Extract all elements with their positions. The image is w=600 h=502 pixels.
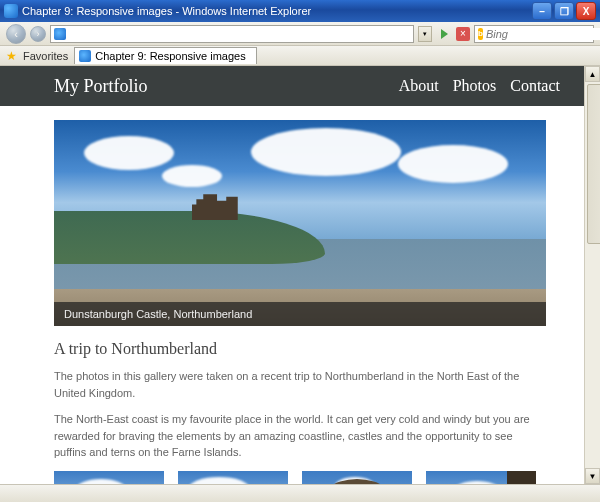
search-box[interactable]: b 🔍	[474, 25, 594, 43]
article-paragraph-1: The photos in this gallery were taken on…	[54, 368, 546, 401]
stop-button[interactable]: ×	[456, 27, 470, 41]
thumbnail-2[interactable]	[178, 471, 288, 485]
status-bar	[0, 484, 600, 502]
tab-page-icon	[79, 50, 91, 62]
window-titlebar: Chapter 9: Responsive images - Windows I…	[0, 0, 600, 22]
scroll-up-button[interactable]: ▲	[585, 66, 600, 82]
ie-icon	[4, 4, 18, 18]
hero-image[interactable]: Dunstanburgh Castle, Northumberland	[54, 120, 546, 326]
thumbnail-3[interactable]	[302, 471, 412, 485]
wall-icon	[507, 471, 536, 485]
article-content: Dunstanburgh Castle, Northumberland A tr…	[0, 106, 600, 484]
thumbnail-row	[54, 471, 546, 485]
forward-button[interactable]: ›	[30, 26, 46, 42]
cloud-icon	[398, 145, 508, 183]
back-button[interactable]: ‹	[6, 24, 26, 44]
site-title: My Portfolio	[54, 76, 148, 97]
go-button[interactable]	[436, 26, 452, 42]
address-toolbar: ‹ › ▾ × b 🔍	[0, 22, 600, 46]
scroll-down-button[interactable]: ▼	[585, 468, 600, 484]
maximize-button[interactable]: ❐	[554, 2, 574, 20]
tab-active[interactable]: Chapter 9: Responsive images	[74, 47, 256, 64]
page-content: My Portfolio About Photos Contact Dunsta…	[0, 66, 600, 484]
address-dropdown[interactable]: ▾	[418, 26, 432, 42]
window-title: Chapter 9: Responsive images - Windows I…	[22, 5, 532, 17]
favorites-bar: ★ Favorites Chapter 9: Responsive images	[0, 46, 600, 66]
nav-photos[interactable]: Photos	[453, 77, 497, 95]
close-button[interactable]: X	[576, 2, 596, 20]
search-input[interactable]	[486, 28, 600, 40]
article-title: A trip to Northumberland	[54, 340, 546, 358]
scroll-thumb[interactable]	[587, 84, 600, 244]
address-bar[interactable]	[50, 25, 414, 43]
go-arrow-icon	[441, 29, 448, 39]
article-paragraph-2: The North-East coast is my favourite pla…	[54, 411, 546, 461]
tab-label: Chapter 9: Responsive images	[95, 50, 245, 62]
address-input[interactable]	[69, 28, 410, 40]
bing-icon: b	[478, 28, 483, 40]
page-viewport: My Portfolio About Photos Contact Dunsta…	[0, 66, 600, 484]
nav-about[interactable]: About	[399, 77, 439, 95]
hero-caption: Dunstanburgh Castle, Northumberland	[54, 302, 546, 326]
vertical-scrollbar[interactable]: ▲ ▼	[584, 66, 600, 484]
favorites-star-icon[interactable]: ★	[6, 49, 17, 63]
site-nav: About Photos Contact	[399, 77, 560, 95]
nav-contact[interactable]: Contact	[510, 77, 560, 95]
site-header: My Portfolio About Photos Contact	[0, 66, 600, 106]
window-buttons: – ❐ X	[532, 2, 596, 20]
cloud-icon	[251, 128, 401, 176]
minimize-button[interactable]: –	[532, 2, 552, 20]
thumbnail-1[interactable]	[54, 471, 164, 485]
page-icon	[54, 28, 66, 40]
favorites-button[interactable]: Favorites	[23, 50, 68, 62]
thumbnail-4[interactable]	[426, 471, 536, 485]
